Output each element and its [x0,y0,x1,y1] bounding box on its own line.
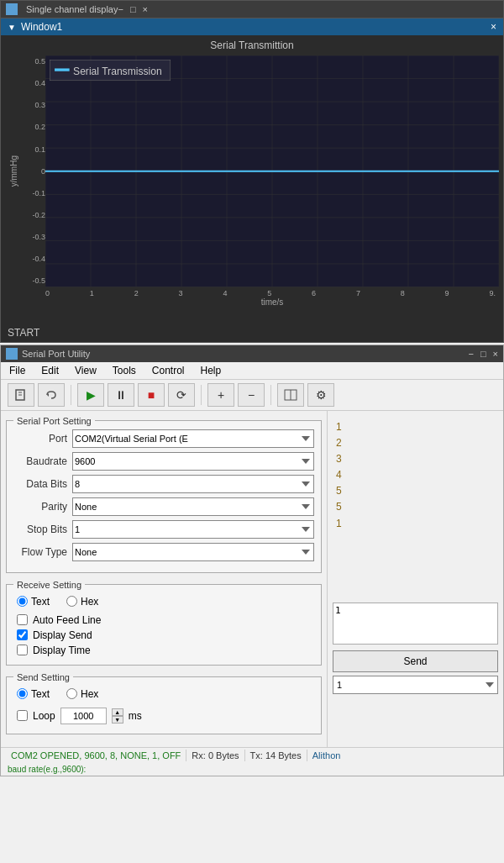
loop-spinner: ▲ ▼ [112,708,123,724]
top-window: Single channel display − □ × ▼ Window1 ×… [0,0,504,343]
port-row: Port COM2(Virtual Serial Port (E [13,429,314,448]
auto-feed-checkbox[interactable] [17,614,28,625]
receive-hex-label: Hex [81,596,98,608]
status-baud-text: baud rate(e.g.,9600): [8,765,86,774]
remove-btn[interactable]: − [238,383,265,407]
maximize-btn[interactable]: □ [130,4,136,14]
serial-port-setting-section: Serial Port Setting Port COM2(Virtual Se… [6,416,322,573]
top-window-title: Single channel display [26,4,118,14]
window1-bar: ▼ Window1 × [1,18,503,35]
send-textarea[interactable]: 1 [333,603,498,645]
x-tick-8: 8 [401,289,405,297]
loop-row: Loop ▲ ▼ ms [13,705,314,727]
loop-checkbox[interactable] [17,710,28,721]
display-send-checkbox[interactable] [17,629,28,640]
loop-btn[interactable] [38,383,65,407]
menu-control[interactable]: Control [150,364,186,377]
maximize-btn-bottom[interactable]: □ [480,349,486,359]
play-btn[interactable]: ▶ [77,383,104,407]
left-panel: Serial Port Setting Port COM2(Virtual Se… [1,411,327,747]
window1-close[interactable]: × [491,21,496,33]
add-btn[interactable]: + [207,383,234,407]
main-content: Serial Port Setting Port COM2(Virtual Se… [1,411,503,747]
toolbar-sep-2 [201,385,202,405]
stop-btn[interactable]: ■ [138,383,165,407]
databits-row: Data Bits 8 [13,475,314,493]
top-title-bar: Single channel display − □ × [1,1,503,18]
svg-rect-25 [55,68,70,71]
bottom-title-bar: Serial Port Utility − □ × [1,345,503,362]
bottom-window-icon [6,348,18,360]
display-time-row: Display Time [13,643,314,658]
menu-edit[interactable]: Edit [39,364,60,377]
y-tick-m0.2: -0.2 [22,211,45,219]
receive-hex-radio[interactable] [66,596,77,607]
receive-legend: Receive Setting [13,580,85,590]
hex-radio-group: Hex [66,596,98,608]
x-tick-6: 6 [312,289,316,297]
menu-file[interactable]: File [8,364,27,377]
menu-bar: File Edit View Tools Control Help [1,362,503,380]
autofeed-row: Auto Feed Line [13,613,314,628]
chart-area: Serial Transmittion y/mmHg 0.5 0.4 0.3 0… [1,35,503,324]
stopbits-label: Stop Bits [13,524,72,535]
close-btn-top[interactable]: × [143,4,148,14]
receive-text-radio[interactable] [17,596,28,607]
status-bar: COM2 OPENED, 9600, 8, NONE, 1, OFF Rx: 0… [1,747,503,763]
menu-view[interactable]: View [73,364,98,377]
right-num-2: 2 [336,435,495,451]
flowtype-select[interactable]: None [72,543,314,561]
display-send-label: Display Send [33,629,92,641]
bottom-title-left: Serial Port Utility [6,348,90,360]
send-text-radio[interactable] [17,688,28,699]
baudrate-label: Baudrate [13,455,72,467]
stopbits-select[interactable]: 1 [72,520,314,539]
window1-triangle: ▼ [8,23,16,32]
minimize-btn-bottom[interactable]: − [468,349,473,359]
send-setting-section: Send Setting Text Hex Loop [6,672,322,734]
parity-select[interactable]: None [72,497,314,516]
pause-btn[interactable]: ⏸ [108,383,134,407]
settings-btn[interactable]: ⚙ [307,383,334,407]
display-time-label: Display Time [33,645,91,656]
status-alithon[interactable]: Alithon [307,750,346,761]
status-com: COM2 OPENED, 9600, 8, NONE, 1, OFF [6,750,186,761]
send-hex-label: Hex [81,688,98,700]
send-button[interactable]: Send [333,650,498,672]
send-hex-radio[interactable] [66,688,77,699]
minimize-btn[interactable]: − [118,4,123,14]
loop-increment[interactable]: ▲ [112,708,123,716]
menu-help[interactable]: Help [199,364,223,377]
menu-tools[interactable]: Tools [111,364,138,377]
y-tick-0: 0 [22,167,45,176]
y-tick-0.1: 0.1 [22,145,45,154]
baudrate-select[interactable]: 9600 [72,452,314,471]
x-tick-7: 7 [356,289,360,297]
flowtype-label: Flow Type [13,546,72,558]
text-radio-group: Text [17,596,50,608]
port-select[interactable]: COM2(Virtual Serial Port (E [72,429,314,448]
send-text-label: Text [31,688,50,700]
flowtype-row: Flow Type None [13,543,314,561]
status-rx: Rx: 0 Bytes [186,750,244,761]
x-tick-1: 1 [90,289,94,297]
display-send-row: Display Send [13,628,314,643]
close-btn-bottom[interactable]: × [493,349,498,359]
y-tick-m0.5: -0.5 [22,276,45,285]
loop-value-input[interactable] [60,708,107,724]
loop-decrement[interactable]: ▼ [112,716,123,724]
port-label: Port [13,433,72,445]
right-num-5b: 5 [336,499,495,515]
databits-select[interactable]: 8 [72,475,314,493]
x-tick-4: 4 [223,289,227,297]
start-label[interactable]: START [1,324,503,342]
right-numbers: 1 2 3 4 5 5 1 [333,416,498,535]
layout-btn[interactable] [277,383,304,407]
right-bottom-select[interactable]: 1 [333,676,498,694]
new-btn[interactable] [8,383,34,407]
top-window-icon [6,3,18,15]
display-time-checkbox[interactable] [17,645,28,655]
refresh-btn[interactable]: ⟳ [168,383,195,407]
receive-format-row: Text Hex [13,593,314,610]
baudrate-row: Baudrate 9600 [13,452,314,471]
